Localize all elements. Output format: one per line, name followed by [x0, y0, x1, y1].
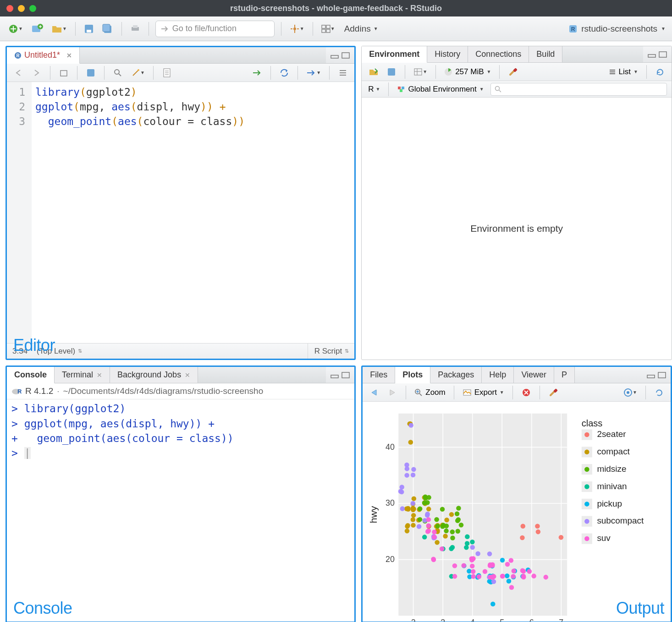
minimize-pane-icon[interactable] — [330, 372, 339, 378]
tab-files[interactable]: Files — [363, 367, 395, 383]
r-logo-icon: R — [11, 387, 22, 395]
tab-connections[interactable]: Connections — [468, 46, 529, 62]
minimize-pane-icon[interactable] — [647, 372, 655, 378]
svg-rect-33 — [400, 89, 402, 92]
open-file-button[interactable]: ▼ — [50, 21, 69, 37]
svg-point-130 — [456, 529, 461, 534]
import-dataset-icon[interactable]: ▼ — [412, 64, 429, 80]
env-toolbar: ▼ 257 MiB ▼ List ▼ — [362, 63, 672, 81]
tab-terminal[interactable]: Terminal✕ — [55, 367, 110, 383]
tab-viewer[interactable]: Viewer — [514, 367, 554, 383]
tab-environment[interactable]: Environment — [362, 46, 427, 63]
language-selector[interactable]: R▼ — [366, 82, 382, 97]
source-button[interactable]: ▼ — [304, 65, 323, 81]
svg-point-193 — [477, 574, 482, 579]
svg-point-69 — [536, 529, 541, 535]
refresh-icon[interactable] — [653, 64, 667, 80]
outline-icon[interactable] — [336, 65, 350, 81]
wand-icon[interactable]: ▼ — [129, 65, 147, 81]
minimize-pane-icon[interactable] — [648, 51, 656, 58]
code-content[interactable]: library(ggplot2) ggplot(mpg, aes(displ, … — [32, 82, 248, 343]
tab-background-jobs[interactable]: Background Jobs✕ — [110, 367, 198, 383]
svg-text:suv: suv — [597, 534, 611, 543]
back-icon[interactable] — [11, 65, 25, 81]
close-window-icon[interactable] — [6, 5, 13, 12]
refresh-plot-icon[interactable] — [652, 385, 666, 400]
clear-workspace-icon[interactable] — [506, 64, 520, 80]
maximize-window-icon[interactable] — [29, 5, 36, 12]
close-tab-icon[interactable]: ✕ — [185, 371, 190, 379]
svg-point-196 — [511, 574, 516, 579]
svg-rect-35 — [331, 375, 338, 378]
svg-rect-36 — [342, 372, 349, 378]
save-button[interactable] — [82, 21, 96, 37]
compile-report-icon[interactable] — [160, 65, 174, 81]
memory-usage[interactable]: 257 MiB ▼ — [442, 64, 493, 80]
memory-text: 257 MiB — [455, 67, 484, 76]
addins-menu[interactable]: Addins ▼ — [342, 24, 381, 34]
tab-console[interactable]: Console — [7, 367, 55, 383]
clear-plots-icon[interactable] — [546, 385, 560, 400]
chevron-down-icon: ▼ — [316, 70, 321, 75]
print-button[interactable] — [128, 21, 142, 37]
minimize-window-icon[interactable] — [18, 5, 25, 12]
rerun-button[interactable] — [277, 65, 291, 81]
svg-point-23 — [138, 69, 139, 71]
pane-annotation: Console — [13, 599, 72, 618]
maximize-pane-icon[interactable] — [659, 51, 667, 58]
tab-presentation[interactable]: P — [554, 367, 575, 383]
save-file-icon[interactable] — [84, 65, 98, 81]
panes-button[interactable]: ▼ — [319, 21, 337, 37]
code-editor[interactable]: 1 2 3 library(ggplot2) ggplot(mpg, aes(d… — [7, 82, 354, 343]
publish-icon[interactable]: ▼ — [622, 385, 639, 400]
svg-rect-25 — [648, 55, 655, 57]
console-pane: Console Terminal✕ Background Jobs✕ R R 4… — [6, 366, 356, 622]
load-workspace-icon[interactable] — [366, 64, 380, 80]
maximize-pane-icon[interactable] — [342, 52, 350, 59]
maximize-pane-icon[interactable] — [342, 372, 350, 378]
maximize-pane-icon[interactable] — [658, 372, 666, 378]
run-button[interactable] — [250, 65, 264, 81]
forward-icon[interactable] — [30, 65, 44, 81]
view-mode-selector[interactable]: List ▼ — [607, 64, 640, 80]
scope-selector[interactable]: (Top Level) ⇅ — [37, 347, 308, 356]
close-tab-icon[interactable]: ✕ — [66, 52, 72, 59]
svg-point-222 — [452, 574, 457, 579]
svg-rect-6 — [103, 24, 110, 32]
svg-rect-40 — [658, 372, 666, 378]
save-workspace-icon[interactable] — [385, 64, 398, 80]
new-file-button[interactable]: ▼ — [6, 21, 25, 37]
find-icon[interactable] — [111, 65, 125, 81]
new-project-button[interactable] — [29, 21, 45, 37]
svg-text:R: R — [16, 53, 20, 58]
show-in-new-window-icon[interactable] — [57, 65, 71, 81]
svg-point-84 — [443, 534, 448, 539]
minimize-pane-icon[interactable] — [330, 52, 339, 59]
save-all-button[interactable] — [100, 21, 115, 37]
tab-history[interactable]: History — [427, 46, 468, 62]
next-plot-icon[interactable] — [386, 385, 399, 400]
svg-point-145 — [490, 602, 496, 607]
prev-plot-icon[interactable] — [367, 385, 381, 400]
environment-scope-selector[interactable]: Global Environment ▼ — [395, 82, 485, 97]
file-tab-untitled1[interactable]: R Untitled1* ✕ — [7, 47, 80, 64]
svg-point-157 — [500, 558, 505, 563]
svg-point-210 — [471, 574, 476, 579]
export-button[interactable]: Export ▼ — [461, 385, 506, 400]
editor-pane: R Untitled1* ✕ ▼ — [6, 46, 356, 360]
remove-plot-icon[interactable] — [519, 385, 533, 400]
tab-packages[interactable]: Packages — [430, 367, 482, 383]
console-output[interactable]: > library(ggplot2) > ggplot(mpg, aes(dis… — [7, 399, 354, 622]
env-search-input[interactable] — [490, 83, 667, 96]
close-tab-icon[interactable]: ✕ — [97, 371, 102, 379]
tab-help[interactable]: Help — [482, 367, 514, 383]
svg-point-214 — [500, 574, 505, 579]
zoom-button[interactable]: Zoom — [413, 385, 447, 400]
svg-point-179 — [476, 551, 481, 557]
project-menu[interactable]: R rstudio-screenshots ▼ — [568, 24, 666, 34]
tools-button[interactable]: ▼ — [288, 21, 306, 37]
tab-build[interactable]: Build — [529, 46, 562, 62]
tab-plots[interactable]: Plots — [395, 367, 430, 383]
goto-file-input[interactable]: Go to file/function — [155, 21, 275, 37]
file-type-selector[interactable]: R Script ⇅ — [308, 344, 349, 359]
